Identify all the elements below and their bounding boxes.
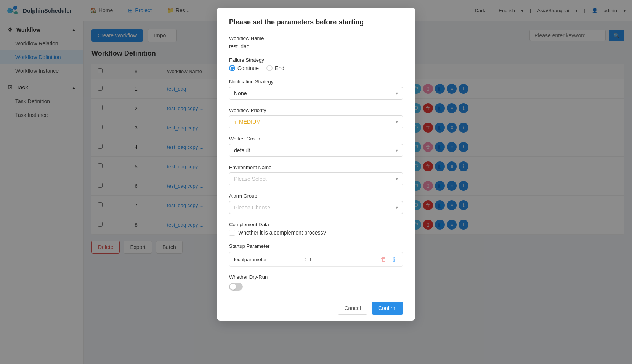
chevron-worker-icon: ▾ [396, 148, 398, 153]
modal-overlay: Please set the parameters before startin… [0, 0, 632, 364]
chevron-alarm-icon: ▾ [396, 205, 398, 210]
modal-dialog: Please set the parameters before startin… [217, 8, 415, 321]
param-name: localparameter [234, 257, 302, 262]
workflow-priority-label: Workflow Priority [229, 107, 403, 113]
priority-badge: ↑ MEDIUM [234, 119, 261, 125]
environment-name-select[interactable]: Please Select ▾ [229, 172, 403, 185]
param-delete-icon[interactable]: 🗑 [380, 255, 387, 263]
radio-continue-label: Continue [237, 65, 259, 71]
workflow-name-label: Workflow Name [229, 35, 403, 41]
param-info-icon[interactable]: ℹ [390, 255, 398, 263]
modal-body: Please set the parameters before startin… [217, 8, 415, 295]
form-group-workflow-name: Workflow Name test_dag [229, 35, 403, 49]
form-group-notification-strategy: Notification Strategy None ▾ [229, 79, 403, 100]
dry-run-toggle[interactable] [229, 283, 243, 291]
alarm-placeholder: Please Choose [234, 204, 270, 211]
chevron-environment-icon: ▾ [396, 176, 398, 182]
form-group-alarm-group: Alarm Group Please Choose ▾ [229, 193, 403, 214]
form-group-environment-name: Environment Name Please Select ▾ [229, 164, 403, 185]
chevron-notification-icon: ▾ [396, 91, 398, 96]
notification-strategy-label: Notification Strategy [229, 79, 403, 85]
radio-continue-circle [229, 65, 235, 71]
chevron-priority-icon: ▾ [396, 119, 398, 125]
radio-continue-dot [231, 67, 234, 70]
priority-arrow-icon: ↑ [234, 119, 237, 125]
alarm-group-label: Alarm Group [229, 193, 403, 199]
form-group-workflow-priority: Workflow Priority ↑ MEDIUM ▾ [229, 107, 403, 128]
workflow-priority-select[interactable]: ↑ MEDIUM ▾ [229, 115, 403, 128]
form-group-startup-parameter: Startup Parameter localparameter : 1 🗑 ℹ [229, 243, 403, 267]
workflow-name-value: test_dag [229, 43, 403, 49]
form-group-failure-strategy: Failure Strategy Continue End [229, 57, 403, 71]
modal-title: Please set the parameters before startin… [229, 18, 403, 26]
complement-checkbox-label: Whether it is a complement process? [238, 230, 326, 236]
radio-end[interactable]: End [266, 65, 284, 71]
failure-strategy-options: Continue End [229, 65, 403, 71]
notification-strategy-select[interactable]: None ▾ [229, 87, 403, 100]
param-colon: : [305, 256, 306, 262]
radio-end-label: End [275, 65, 284, 71]
toggle-wrap [229, 283, 403, 291]
environment-placeholder: Please Select [234, 176, 267, 182]
param-row: localparameter : 1 🗑 ℹ [229, 252, 403, 267]
alarm-group-select[interactable]: Please Choose ▾ [229, 201, 403, 214]
priority-value: MEDIUM [239, 119, 261, 125]
worker-group-label: Worker Group [229, 136, 403, 142]
failure-strategy-label: Failure Strategy [229, 57, 403, 63]
worker-group-select[interactable]: default ▾ [229, 144, 403, 157]
form-group-worker-group: Worker Group default ▾ [229, 136, 403, 157]
complement-checkbox-row: Whether it is a complement process? [229, 230, 403, 236]
cancel-button[interactable]: Cancel [338, 302, 367, 315]
radio-end-circle [266, 65, 273, 71]
complement-data-label: Complement Data [229, 222, 403, 227]
worker-group-value: default [234, 147, 250, 153]
param-value: 1 [309, 257, 377, 262]
toggle-knob [230, 284, 236, 290]
confirm-button[interactable]: Confirm [372, 302, 403, 315]
modal-footer: Cancel Confirm [217, 295, 415, 321]
radio-continue[interactable]: Continue [229, 65, 259, 71]
complement-checkbox[interactable] [229, 230, 235, 236]
form-group-complement-data: Complement Data Whether it is a compleme… [229, 222, 403, 236]
environment-name-label: Environment Name [229, 164, 403, 170]
notification-value: None [234, 90, 247, 96]
startup-param-label: Startup Parameter [229, 243, 403, 249]
form-group-dry-run: Whether Dry-Run [229, 274, 403, 291]
dry-run-label: Whether Dry-Run [229, 274, 403, 280]
